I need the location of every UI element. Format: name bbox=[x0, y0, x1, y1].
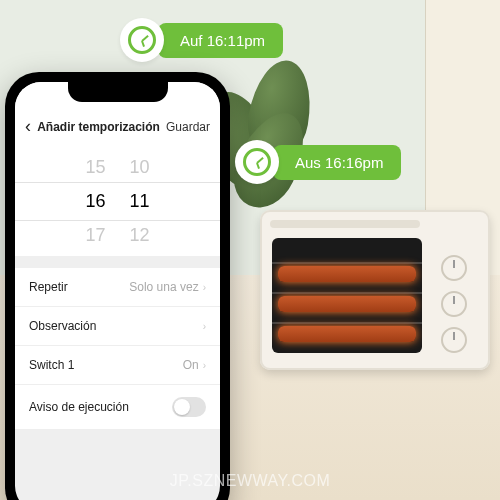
oven-knobs bbox=[430, 245, 478, 363]
row-exec-notice: Aviso de ejecución bbox=[15, 385, 220, 430]
phone-screen: ‹ Añadir temporización Guardar 15 10 16 … bbox=[15, 82, 220, 500]
watermark: JP.SZNEWWAY.COM bbox=[170, 472, 331, 490]
note-label: Observación bbox=[29, 319, 96, 333]
exec-toggle[interactable] bbox=[172, 397, 206, 417]
exec-label: Aviso de ejecución bbox=[29, 400, 129, 414]
repeat-value: Solo una vez bbox=[129, 280, 198, 294]
picker-min-selected: 11 bbox=[130, 191, 150, 212]
row-note[interactable]: Observación › bbox=[15, 307, 220, 346]
knob-timer bbox=[441, 327, 467, 353]
chevron-right-icon: › bbox=[203, 282, 206, 293]
save-button[interactable]: Guardar bbox=[166, 120, 210, 134]
time-picker[interactable]: 15 10 16 11 17 12 bbox=[15, 147, 220, 256]
switch-value: On bbox=[183, 358, 199, 372]
picker-hour-selected: 16 bbox=[85, 191, 105, 212]
repeat-label: Repetir bbox=[29, 280, 68, 294]
chevron-right-icon: › bbox=[203, 321, 206, 332]
schedule-off-label: Aus 16:16pm bbox=[273, 145, 401, 180]
schedule-on-label: Auf 16:11pm bbox=[158, 23, 283, 58]
switch-label: Switch 1 bbox=[29, 358, 74, 372]
oven-window bbox=[272, 238, 422, 353]
phone-notch bbox=[68, 82, 168, 102]
picker-min-prev: 10 bbox=[130, 157, 150, 178]
knob-temp bbox=[441, 255, 467, 281]
page-title: Añadir temporización bbox=[31, 120, 166, 134]
clock-icon bbox=[120, 18, 164, 62]
row-repeat[interactable]: Repetir Solo una vez› bbox=[15, 268, 220, 307]
phone-frame: ‹ Añadir temporización Guardar 15 10 16 … bbox=[5, 72, 230, 500]
picker-hour-next: 17 bbox=[85, 225, 105, 246]
chevron-right-icon: › bbox=[203, 360, 206, 371]
oven-handle bbox=[270, 220, 420, 228]
clock-icon bbox=[235, 140, 279, 184]
scene: Auf 16:11pm Aus 16:16pm ‹ Añadir tempori… bbox=[0, 0, 500, 500]
toaster-oven bbox=[260, 210, 490, 370]
settings-list: Repetir Solo una vez› Observación › Swit… bbox=[15, 268, 220, 430]
schedule-on-bubble: Auf 16:11pm bbox=[120, 18, 283, 62]
nav-bar: ‹ Añadir temporización Guardar bbox=[15, 110, 220, 147]
schedule-off-bubble: Aus 16:16pm bbox=[235, 140, 401, 184]
knob-mode bbox=[441, 291, 467, 317]
picker-min-next: 12 bbox=[130, 225, 150, 246]
picker-hour-prev: 15 bbox=[85, 157, 105, 178]
row-switch[interactable]: Switch 1 On› bbox=[15, 346, 220, 385]
